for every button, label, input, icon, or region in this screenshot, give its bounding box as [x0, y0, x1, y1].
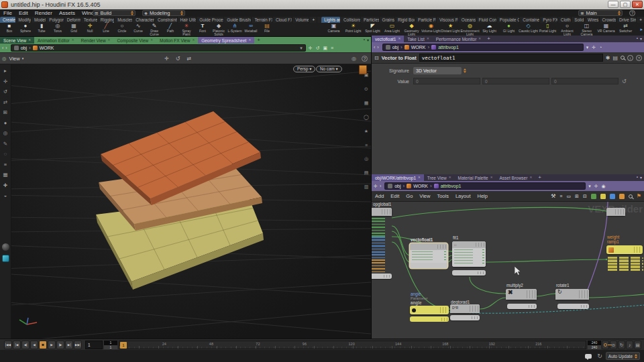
close-tab-icon[interactable]: ✕ [427, 37, 429, 40]
path-pin-icon[interactable]: ✛ [374, 184, 379, 189]
tool-point-light[interactable]: ☀Point Light [343, 23, 363, 37]
shelf-scroll-arrow-icon[interactable]: ▸ [640, 27, 643, 32]
net-menu-layout[interactable]: Layout [452, 193, 474, 199]
current-frame-input[interactable]: 1 [85, 341, 103, 349]
tool-null[interactable]: ✛Null [82, 23, 98, 37]
shelf-tab-cloth[interactable]: Cloth [558, 17, 572, 23]
prev-key-button[interactable]: |◀ [13, 341, 21, 349]
breadcrumb-attribvop1[interactable]: attribvop1 [441, 184, 462, 188]
update-mode-dropdown[interactable]: Auto Update [606, 352, 640, 360]
tab-asset-browser[interactable]: Asset Browser✕ [496, 174, 535, 181]
draw-tool-icon[interactable]: ✎ [3, 141, 7, 147]
breadcrumb-obj[interactable]: obj [21, 46, 27, 50]
shelf-tab-deform[interactable]: Deform [64, 17, 81, 23]
move-tool-icon[interactable]: ✛ [3, 78, 7, 84]
path-forward-icon[interactable]: › [5, 46, 8, 50]
loop-mode-button[interactable]: ↻ [618, 341, 625, 349]
select-tool-icon[interactable]: ▸ [4, 68, 7, 74]
close-tab-icon[interactable]: ✕ [248, 38, 251, 42]
display-options-sphere-icon[interactable] [2, 243, 9, 251]
viewport-3d[interactable]: ▸ ✛ ↺ ⇄ ⊞ ● ◎ ✎ ◌ ≡ ▦ ✚ ◒ ▣ ⊙ ▦ ◯ ★ ≡ ◎ … [0, 64, 371, 339]
close-tab-icon[interactable]: ✕ [28, 38, 31, 42]
tool-path[interactable]: ╱Path [162, 23, 178, 37]
tab-animation-editor[interactable]: Animation Editor✕ [34, 37, 77, 44]
path-forward-icon[interactable]: › [380, 184, 382, 188]
path-recent-icon[interactable]: ◔ [599, 45, 602, 50]
gear-icon[interactable]: ✱ [606, 55, 610, 61]
tool-file[interactable]: ▤File [259, 23, 275, 37]
breadcrumb-work[interactable]: WORK [411, 45, 426, 50]
ghost-toggle-icon[interactable]: ◯ [364, 115, 369, 120]
net-menu-add[interactable]: Add [372, 193, 387, 199]
points-toggle-icon[interactable]: ▥ [364, 184, 369, 190]
jump-start-button[interactable]: |◀◀ [4, 341, 12, 349]
shelf-tab-lights-cameras[interactable]: Lights an [321, 17, 341, 23]
menu-assets[interactable]: Assets [56, 10, 78, 16]
range-end-fields[interactable]: 240240 [588, 341, 601, 349]
node-display-icon[interactable]: ▭ [566, 194, 571, 199]
shelf-tab-cloud-fx[interactable]: Cloud FX [273, 17, 292, 23]
tool-vr-camera[interactable]: ▦VR Camera [596, 23, 616, 37]
handles-icon[interactable]: ✛ [164, 56, 169, 62]
tab-scene-view[interactable]: Scene View✕ [0, 37, 34, 44]
close-tab-icon[interactable]: ✕ [478, 37, 481, 40]
maximize-button[interactable]: ▢ [620, 1, 631, 8]
net-menu-view[interactable]: View [416, 193, 433, 199]
node-angle[interactable] [410, 306, 449, 314]
shelf-tab-guide-process[interactable]: Guide Process [197, 17, 224, 23]
shelf-tab-crowds[interactable]: Crowds [600, 17, 617, 23]
tool-grid[interactable]: ▦Grid [66, 23, 82, 37]
breadcrumb-work[interactable]: WORK [40, 46, 54, 50]
shelf-tab-particle-fluids[interactable]: Particle Fl. [415, 17, 437, 23]
path-back-icon[interactable]: ‹ [2, 46, 5, 50]
tab-composite-view[interactable]: Composite View✕ [113, 37, 156, 44]
tab-material-palette[interactable]: Material Palette✕ [455, 174, 496, 181]
tool-torus[interactable]: ◎Torus [50, 23, 66, 37]
value-x-input[interactable]: 0 [413, 78, 480, 84]
keyframe-button[interactable] [602, 341, 609, 349]
viewport-help-button[interactable]: ? [362, 56, 368, 62]
close-tab-icon[interactable]: ✕ [108, 38, 111, 42]
tab-take-list[interactable]: Take List✕ [404, 36, 432, 42]
shelf-tab-rigid-bodies[interactable]: Rigid Bod [395, 17, 415, 23]
pane-link-icon[interactable]: ▣ [323, 46, 327, 51]
pane-maximize-icon[interactable]: ▪ [637, 175, 638, 181]
tool-switcher[interactable]: ⇄Switcher [616, 23, 635, 37]
close-tab-icon[interactable]: ✕ [490, 176, 493, 179]
shelf-tab-drive-sim[interactable]: Drive Sim [616, 17, 637, 23]
breadcrumb-obj[interactable]: obj [392, 45, 398, 50]
node-vectofloat1[interactable] [410, 243, 447, 268]
tool-spray-paint[interactable]: ✳Spray Paint [178, 23, 195, 37]
shelf-tab-volume[interactable]: Volume [292, 17, 309, 23]
close-tab-icon[interactable]: ✕ [192, 38, 195, 42]
tool-curve[interactable]: ∿Curve [130, 23, 146, 37]
jump-end-button[interactable]: ▶▶| [74, 341, 82, 349]
signature-dropdown[interactable]: 3D Vector [413, 67, 462, 74]
shelf-tab-create[interactable]: Create [0, 17, 16, 23]
circle-snap-icon[interactable]: ◎ [3, 130, 8, 136]
shade-mode-icon[interactable]: ◒ [4, 192, 7, 198]
options-list-icon[interactable]: ≡ [365, 143, 368, 147]
node-degtorad1[interactable]: D°R [450, 304, 480, 313]
play-reverse-button[interactable]: ◀ [30, 341, 38, 349]
path-caret-icon[interactable]: ▾ [586, 45, 589, 50]
tool-volume-light[interactable]: ◉Volume Light [421, 23, 441, 37]
node-ramp1-params[interactable] [608, 257, 641, 272]
breadcrumb-obj[interactable]: obj [394, 184, 400, 188]
revert-icon[interactable]: ↺ [622, 78, 627, 84]
tool-environment-light[interactable]: ◍Environment Light [460, 23, 480, 37]
help-icon[interactable]: ? [636, 55, 642, 61]
path-back-icon[interactable]: ‹ [374, 45, 376, 50]
node-name-input[interactable]: vectofloat1 [419, 54, 603, 62]
camera-select-button[interactable]: No cam ▾ [316, 66, 342, 72]
tool-line[interactable]: ╱Line [98, 23, 114, 37]
tool-circle[interactable]: ○Circle [114, 23, 130, 37]
viewport-layout-thumb-icon[interactable] [359, 65, 367, 74]
tool-area-light[interactable]: ▭Area Light [382, 23, 402, 37]
tab-network-editor[interactable]: obj/WORK/attribvop1✕ [372, 174, 424, 181]
path-caret-icon[interactable]: ▾ [588, 184, 591, 189]
tools-wrench-icon[interactable]: ⚒ [551, 193, 555, 199]
playhead[interactable]: 1 [120, 342, 127, 349]
shelf-tab-terrain-fx[interactable]: Terrain FX [252, 17, 272, 23]
vex-editor-icon[interactable] [610, 194, 615, 199]
